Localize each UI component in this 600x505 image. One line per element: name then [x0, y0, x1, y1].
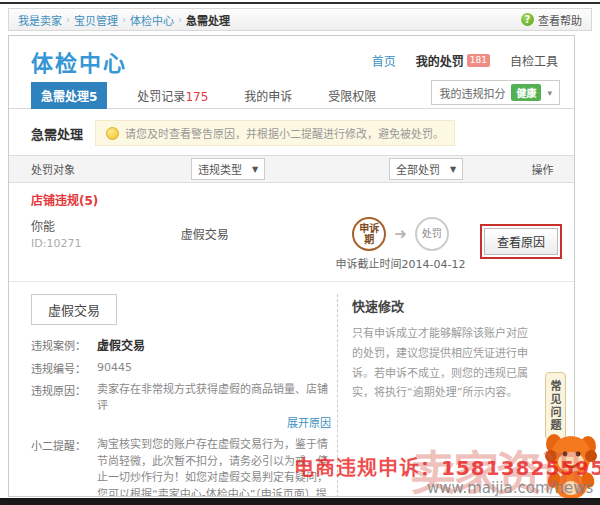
urgent-section: 急需处理 请您及时查看警告原因，并根据小二提醒进行修改，避免被处罚。	[9, 109, 574, 155]
tabs: 急需处理5 处罚记录175 我的申诉 受限权限	[31, 82, 382, 109]
bulb-icon	[106, 127, 119, 140]
breadcrumb-link-items[interactable]: 宝贝管理	[74, 12, 118, 28]
list-header: 处罚对象 违规类型 ▼ 全部处罚 ▼ 操作	[9, 155, 574, 183]
detail-left-column: 虚假交易 违规案例： 虚假交易 违规编号： 90445 违规原因： 卖家存在非常…	[31, 294, 331, 497]
group-title-shop-violations: 店铺违规(5)	[9, 183, 574, 213]
view-help-label: 查看帮助	[538, 12, 582, 28]
mascot-icon	[541, 422, 599, 503]
nav-self-check[interactable]: 自检工具	[510, 52, 558, 69]
reason-value: 卖家存在非常规方式获得虚假的商品销量、店铺评	[97, 383, 328, 413]
arrow-right-icon: ➜	[394, 225, 407, 243]
breadcrumb-separator: ›	[66, 14, 70, 25]
tab-restricted[interactable]: 受限权限	[322, 82, 382, 109]
expand-reason-link[interactable]: 展开原因	[97, 416, 331, 433]
breadcrumb-link-seller[interactable]: 我是卖家	[18, 12, 62, 28]
warning-notice: 请您及时查看警告原因，并根据小二提醒进行修改，避免被处罚。	[95, 120, 455, 146]
violation-detail: 虚假交易 违规案例： 虚假交易 违规编号： 90445 违规原因： 卖家存在非常…	[9, 281, 574, 497]
penalty-records-count: 175	[185, 90, 208, 104]
quick-fix-body: 只有申诉成立才能够解除该账户对应的处罚，建议您提供相应凭证进行申诉。若申诉不成立…	[352, 324, 538, 403]
violation-score-label: 我的违规扣分	[439, 85, 505, 101]
tab-penalty-records-label: 处罚记录	[137, 90, 185, 104]
breadcrumb: 我是卖家 › 宝贝管理 › 体检中心 › 急需处理 ? 查看帮助	[8, 8, 592, 31]
main-panel: 体检中心 首页 我的处罚 181 自检工具 急需处理5 处罚记录175 我的申诉…	[8, 35, 575, 497]
chevron-down-icon: ▼	[450, 165, 456, 174]
window-bottom-edge	[0, 498, 600, 505]
column-target: 处罚对象	[31, 161, 191, 177]
code-value: 90445	[97, 360, 331, 377]
nav-my-penalty[interactable]: 我的处罚 181	[416, 52, 490, 69]
staff-tip-label: 小二提醒：	[31, 437, 97, 497]
violation-type-filter-label: 违规类型	[198, 161, 242, 177]
penalty-filter[interactable]: 全部处罚 ▼	[389, 158, 463, 180]
window-top-edge	[0, 2, 600, 4]
step-appeal-period-label: 申诉期	[358, 223, 380, 246]
seller-name: 你能	[31, 217, 181, 234]
warning-notice-text: 请您及时查看警告原因，并根据小二提醒进行修改，避免被处罚。	[125, 125, 444, 141]
staff-tip-value: 淘宝核实到您的账户存在虚假交易行为，鉴于情节尚轻微，此次暂不扣分，请务必引以为戒…	[97, 437, 331, 497]
breadcrumb-separator: ›	[122, 14, 126, 25]
step-penalty: 处罚	[415, 217, 449, 251]
penalty-target: 你能 ID:10271	[31, 217, 181, 250]
case-value: 虚假交易	[97, 337, 331, 355]
step-appeal-period: 申诉期	[352, 217, 386, 251]
column-action: 操作	[511, 161, 574, 177]
penalty-filter-label: 全部处罚	[396, 161, 440, 177]
annotation-box: 查看原因	[480, 224, 562, 259]
penalty-steps: 申诉期 ➜ 处罚 申诉截止时间2014-04-12	[321, 217, 480, 271]
appeal-deadline: 申诉截止时间2014-04-12	[336, 255, 466, 271]
detail-tab-fake-trade[interactable]: 虚假交易	[31, 294, 117, 325]
breadcrumb-separator: ›	[178, 14, 182, 25]
chevron-down-icon: ▼	[252, 165, 258, 174]
breadcrumb-link-health[interactable]: 体检中心	[130, 12, 174, 28]
urgent-section-label: 急需处理	[31, 124, 83, 143]
nav-home[interactable]: 首页	[372, 52, 396, 69]
quick-fix-panel: 快速修改 只有申诉成立才能够解除该账户对应的处罚，建议您提供相应凭证进行申诉。若…	[337, 294, 574, 497]
violation-type: 虚假交易	[181, 217, 321, 242]
chevron-down-icon: ▾	[547, 88, 552, 98]
breadcrumb-current: 急需处理	[186, 12, 230, 28]
quick-fix-title: 快速修改	[352, 296, 538, 315]
tabs-bar: 急需处理5 处罚记录175 我的申诉 受限权限 我的违规扣分 健康 ▾	[9, 81, 574, 109]
violation-type-filter[interactable]: 违规类型 ▼	[191, 158, 265, 180]
penalty-count-badge: 181	[467, 54, 490, 67]
view-help-link[interactable]: ? 查看帮助	[521, 12, 582, 28]
health-status-badge: 健康	[511, 84, 541, 101]
violation-score-dropdown[interactable]: 我的违规扣分 健康 ▾	[431, 80, 560, 105]
code-label: 违规编号：	[31, 360, 97, 377]
violation-row: 你能 ID:10271 虚假交易 申诉期 ➜ 处罚 申诉截止时间2014-04-…	[9, 213, 574, 279]
tab-penalty-records[interactable]: 处罚记录175	[131, 82, 214, 109]
tab-urgent[interactable]: 急需处理5	[31, 82, 107, 109]
header-nav: 首页 我的处罚 181 自检工具	[372, 52, 558, 69]
seller-id: ID:10271	[31, 237, 181, 250]
page-title: 体检中心	[31, 45, 127, 77]
help-question-icon: ?	[521, 13, 534, 26]
tab-my-appeal[interactable]: 我的申诉	[238, 82, 298, 109]
case-label: 违规案例：	[31, 337, 97, 355]
nav-my-penalty-label: 我的处罚	[416, 52, 464, 69]
page-header: 体检中心 首页 我的处罚 181 自检工具	[9, 36, 574, 78]
view-reason-button[interactable]: 查看原因	[484, 228, 558, 255]
reason-label: 违规原因：	[31, 382, 97, 433]
